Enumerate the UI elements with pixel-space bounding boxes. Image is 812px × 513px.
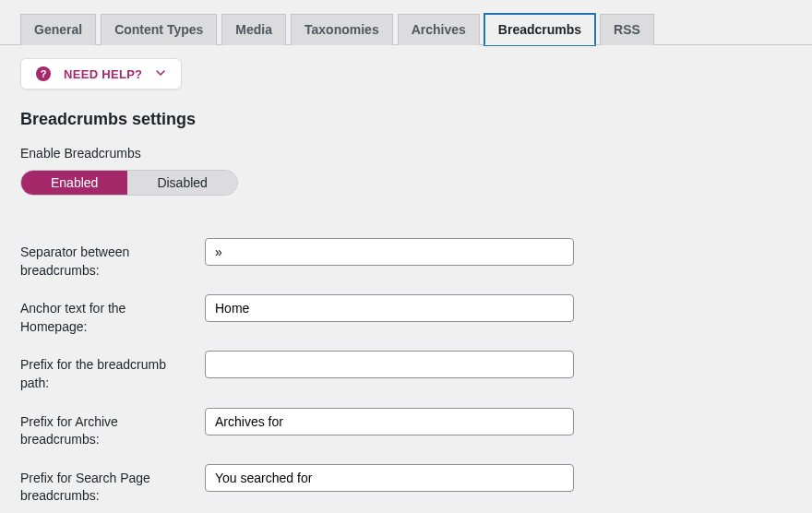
label-prefix-path: Prefix for the breadcrumb path: <box>20 351 205 392</box>
label-prefix-search: Prefix for Search Page breadcrumbs: <box>20 464 205 506</box>
tabs-bar: General Content Types Media Taxonomies A… <box>0 0 812 45</box>
form-rows: Separator between breadcrumbs: Anchor te… <box>20 238 792 513</box>
content-area: ? NEED HELP? Breadcrumbs settings Enable… <box>0 45 812 513</box>
tab-general[interactable]: General <box>20 14 96 45</box>
tab-media[interactable]: Media <box>221 14 286 45</box>
tab-content-types[interactable]: Content Types <box>101 14 217 45</box>
help-icon: ? <box>36 66 51 81</box>
input-prefix-archive[interactable] <box>205 408 574 435</box>
input-separator[interactable] <box>205 238 574 266</box>
enable-toggle: Enabled Disabled <box>20 170 238 196</box>
row-prefix-path: Prefix for the breadcrumb path: <box>20 351 792 392</box>
tab-rss[interactable]: RSS <box>600 14 654 45</box>
input-prefix-path[interactable] <box>205 351 574 378</box>
label-prefix-archive: Prefix for Archive breadcrumbs: <box>20 408 205 449</box>
label-anchor: Anchor text for the Homepage: <box>20 294 205 336</box>
row-prefix-search: Prefix for Search Page breadcrumbs: <box>20 464 792 506</box>
help-label: NEED HELP? <box>64 67 142 81</box>
row-separator: Separator between breadcrumbs: <box>20 238 792 280</box>
input-prefix-search[interactable] <box>205 464 574 492</box>
toggle-disabled[interactable]: Disabled <box>127 171 236 195</box>
input-anchor[interactable] <box>205 294 574 322</box>
row-prefix-archive: Prefix for Archive breadcrumbs: <box>20 408 792 449</box>
section-title: Breadcrumbs settings <box>20 110 792 129</box>
need-help-button[interactable]: ? NEED HELP? <box>20 58 182 89</box>
tab-archives[interactable]: Archives <box>398 14 480 45</box>
tab-taxonomies[interactable]: Taxonomies <box>291 14 393 45</box>
label-separator: Separator between breadcrumbs: <box>20 238 205 280</box>
toggle-enabled[interactable]: Enabled <box>21 171 127 195</box>
tab-breadcrumbs[interactable]: Breadcrumbs <box>484 14 595 45</box>
chevron-down-icon <box>155 67 166 80</box>
row-anchor: Anchor text for the Homepage: <box>20 294 792 336</box>
enable-breadcrumbs-label: Enable Breadcrumbs <box>20 146 792 161</box>
